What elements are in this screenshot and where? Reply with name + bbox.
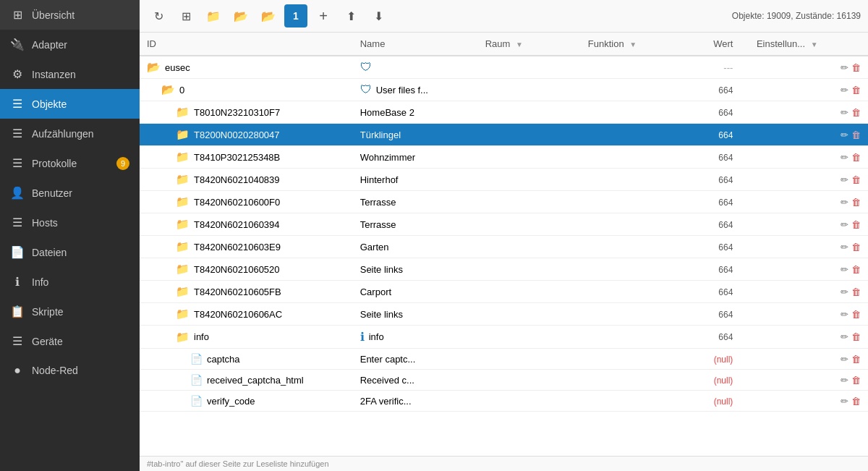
cell-actions-3: ✏🗑 — [825, 124, 868, 146]
edit-button[interactable]: ✏ — [841, 354, 848, 365]
delete-button[interactable]: 🗑 — [851, 287, 861, 297]
edit-button[interactable]: ✏ — [841, 309, 848, 320]
cell-wert-10: 664 — [671, 281, 741, 303]
sidebar-item-ubersicht[interactable]: ⊞Übersicht — [0, 0, 140, 30]
table-row[interactable]: 📁T8410P302125348BWohnzimmer664✏🗑 — [140, 146, 868, 169]
folder-button[interactable]: 📁 — [202, 4, 225, 27]
edit-button[interactable]: ✏ — [841, 331, 848, 342]
cell-name-9: Seite links — [353, 258, 478, 281]
raum-sort-icon: ▼ — [516, 41, 523, 48]
table-row[interactable]: 📁T8420N60210606ACSeite links664✏🗑 — [140, 303, 868, 326]
delete-button[interactable]: 🗑 — [851, 62, 861, 73]
cell-id-0: 📂eusec — [140, 56, 353, 79]
folder-open-button[interactable]: 📂 — [229, 4, 252, 27]
edit-button[interactable]: ✏ — [841, 287, 848, 297]
delete-button[interactable]: 🗑 — [851, 130, 861, 140]
cell-actions-12: ✏🗑 — [825, 326, 868, 349]
sidebar-item-benutzer[interactable]: 👤Benutzer — [0, 178, 140, 208]
file-icon: 📄 — [190, 395, 203, 407]
wert-value: 664 — [718, 130, 733, 140]
id-text: T8420N6021060394 — [194, 219, 280, 230]
delete-button[interactable]: 🗑 — [851, 174, 861, 185]
name-text: Seite links — [360, 309, 403, 320]
sidebar-item-instanzen[interactable]: ⚙Instanzen — [0, 59, 140, 89]
cell-funktion-12 — [581, 326, 671, 349]
sidebar-item-adapter[interactable]: 🔌Adapter — [0, 30, 140, 59]
edit-button[interactable]: ✏ — [841, 396, 848, 407]
sidebar-item-dateien[interactable]: 📄Dateien — [0, 237, 140, 267]
delete-button[interactable]: 🗑 — [851, 219, 861, 230]
add-button[interactable]: + — [312, 4, 335, 27]
edit-button[interactable]: ✏ — [841, 174, 848, 185]
download-button[interactable]: ⬇ — [367, 4, 390, 27]
sidebar-item-gerate[interactable]: ☰Geräte — [0, 326, 140, 356]
table-row[interactable]: 📁T8420N6021060394Terrasse664✏🗑 — [140, 213, 868, 236]
delete-button[interactable]: 🗑 — [851, 242, 861, 253]
columns-button[interactable]: ⊞ — [174, 4, 197, 27]
table-row[interactable]: 📁T8420N6021060520Seite links664✏🗑 — [140, 258, 868, 281]
table-row[interactable]: 📁infoℹinfo664✏🗑 — [140, 326, 868, 349]
col-header-funktion[interactable]: Funktion ▼ — [581, 33, 671, 56]
toolbar: ↻ ⊞ 📁 📂 📂 1 + ⬆ ⬇ Objekte: 19009, Zustän… — [140, 0, 868, 33]
sidebar-item-aufzahlungen[interactable]: ☰Aufzählungen — [0, 119, 140, 148]
delete-button[interactable]: 🗑 — [851, 197, 861, 208]
sidebar-item-objekte[interactable]: ☰Objekte — [0, 89, 140, 119]
edit-button[interactable]: ✏ — [841, 107, 848, 118]
cell-funktion-13 — [581, 349, 671, 370]
table-row[interactable]: 📁T8420N6021040839Hinterhof664✏🗑 — [140, 169, 868, 191]
delete-button[interactable]: 🗑 — [851, 354, 861, 365]
refresh-button[interactable]: ↻ — [147, 4, 170, 27]
edit-button[interactable]: ✏ — [841, 219, 848, 230]
cell-wert-1: 664 — [671, 79, 741, 101]
col-header-wert[interactable]: Wert — [671, 33, 741, 56]
delete-button[interactable]: 🗑 — [851, 309, 861, 320]
upload-button[interactable]: ⬆ — [339, 4, 362, 27]
sidebar-label-objekte: Objekte — [32, 98, 67, 110]
col-header-name[interactable]: Name — [353, 33, 478, 56]
name-text: Carport — [360, 287, 391, 297]
sidebar-item-hosts[interactable]: ☰Hosts — [0, 208, 140, 237]
table-row[interactable]: 📄captchaEnter captc...(null)✏🗑 — [140, 349, 868, 370]
delete-button[interactable]: 🗑 — [851, 152, 861, 163]
delete-button[interactable]: 🗑 — [851, 107, 861, 118]
folder-up-button[interactable]: 📂 — [257, 4, 280, 27]
delete-button[interactable]: 🗑 — [851, 375, 861, 386]
sidebar-item-protokolle[interactable]: ☰Protokolle9 — [0, 148, 140, 178]
edit-button[interactable]: ✏ — [841, 62, 848, 73]
wert-value: 664 — [718, 287, 733, 297]
edit-button[interactable]: ✏ — [841, 242, 848, 253]
badge-button[interactable]: 1 — [284, 4, 307, 27]
table-row[interactable]: 📂0🛡User files f...664✏🗑 — [140, 79, 868, 101]
delete-button[interactable]: 🗑 — [851, 85, 861, 96]
table-row[interactable]: 📁T8010N23210310F7HomeBase 2664✏🗑 — [140, 101, 868, 124]
table-row[interactable]: 📁T8200N0020280047Türklingel664✏🗑 — [140, 124, 868, 146]
edit-button[interactable]: ✏ — [841, 152, 848, 163]
sidebar-item-node-red[interactable]: ●Node-Red — [0, 356, 140, 385]
delete-button[interactable]: 🗑 — [851, 264, 861, 275]
edit-button[interactable]: ✏ — [841, 375, 848, 386]
table-row[interactable]: 📄received_captcha_htmlReceived c...(null… — [140, 370, 868, 391]
cell-id-6: 📁T8420N60210600F0 — [140, 191, 353, 213]
table-row[interactable]: 📁T8420N60210600F0Terrasse664✏🗑 — [140, 191, 868, 213]
col-header-id[interactable]: ID — [140, 33, 353, 56]
edit-button[interactable]: ✏ — [841, 264, 848, 275]
sidebar-item-info[interactable]: ℹInfo — [0, 267, 140, 297]
wert-value: 664 — [718, 265, 733, 275]
col-header-einstellung[interactable]: Einstellun... ▼ — [740, 33, 825, 56]
id-text: T8010N23210310F7 — [194, 107, 280, 118]
delete-button[interactable]: 🗑 — [851, 331, 861, 342]
wert-value: (null) — [714, 355, 733, 365]
dateien-icon: 📄 — [10, 245, 25, 259]
cell-wert-4: 664 — [671, 146, 741, 169]
folder-icon: 📁 — [176, 331, 190, 344]
table-row[interactable]: 📄verify_code2FA verific...(null)✏🗑 — [140, 391, 868, 412]
table-row[interactable]: 📁T8420N60210605FBCarport664✏🗑 — [140, 281, 868, 303]
edit-button[interactable]: ✏ — [841, 130, 848, 140]
table-row[interactable]: 📁T8420N60210603E9Garten664✏🗑 — [140, 236, 868, 258]
sidebar-item-skripte[interactable]: 📋Skripte — [0, 297, 140, 326]
delete-button[interactable]: 🗑 — [851, 396, 861, 407]
table-row[interactable]: 📂eusec🛡---✏🗑 — [140, 56, 868, 79]
edit-button[interactable]: ✏ — [841, 85, 848, 96]
col-header-raum[interactable]: Raum ▼ — [478, 33, 581, 56]
edit-button[interactable]: ✏ — [841, 197, 848, 208]
